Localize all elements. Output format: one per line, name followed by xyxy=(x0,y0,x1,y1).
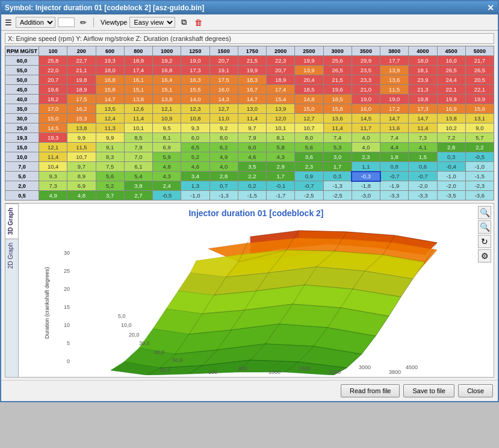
table-cell[interactable]: 6,5 xyxy=(181,143,209,152)
table-cell[interactable]: -1,5 xyxy=(238,191,266,201)
table-cell[interactable]: 15,5 xyxy=(181,85,209,95)
table-cell[interactable]: 2,3 xyxy=(295,162,323,172)
table-cell[interactable]: 1,3 xyxy=(181,181,209,191)
close-button[interactable]: Close xyxy=(458,384,493,397)
table-cell[interactable]: 3,6 xyxy=(295,152,323,162)
table-cell[interactable]: 18,9 xyxy=(67,85,96,95)
table-cell[interactable]: 9,7 xyxy=(67,162,96,172)
table-cell[interactable]: 13,9 xyxy=(295,66,323,75)
table-cell[interactable]: 8,9 xyxy=(67,172,96,181)
table-cell[interactable]: 18,9 xyxy=(267,75,295,85)
table-cell[interactable]: 19,6 xyxy=(323,85,352,95)
table-cell[interactable]: 2,3 xyxy=(352,152,380,162)
table-cell[interactable]: 4,8 xyxy=(67,191,96,201)
table-cell[interactable]: 5,3 xyxy=(323,143,352,152)
table-cell[interactable]: 13,8 xyxy=(124,95,152,104)
table-cell[interactable]: 19,8 xyxy=(409,95,437,104)
table-cell[interactable]: 5,7 xyxy=(465,133,494,143)
table-cell[interactable]: 11,4 xyxy=(323,123,352,133)
table-cell[interactable]: 7,9 xyxy=(238,133,266,143)
table-cell[interactable]: 4,9 xyxy=(39,191,67,201)
table-cell[interactable]: -1,8 xyxy=(352,181,380,191)
table-cell[interactable]: 5,6 xyxy=(295,143,323,152)
table-cell[interactable]: 6,2 xyxy=(209,143,238,152)
table-cell[interactable]: 7,3 xyxy=(39,181,67,191)
table-cell[interactable]: 19,0 xyxy=(181,56,209,66)
table-cell[interactable]: 19,9 xyxy=(238,66,266,75)
table-cell[interactable]: 4,3 xyxy=(153,172,181,181)
table-cell[interactable]: 16,8 xyxy=(96,75,124,85)
table-cell[interactable]: -2,0 xyxy=(437,181,465,191)
table-cell[interactable]: 11,4 xyxy=(409,123,437,133)
table-cell[interactable]: 9,1 xyxy=(96,143,124,152)
table-cell[interactable]: 4,8 xyxy=(153,162,181,172)
table-cell[interactable]: 16,4 xyxy=(153,75,181,85)
table-cell[interactable]: 0,3 xyxy=(323,172,352,181)
table-cell[interactable]: 10,1 xyxy=(124,123,152,133)
table-cell[interactable]: 12,7 xyxy=(295,114,323,123)
table-cell[interactable]: 18,2 xyxy=(39,95,67,104)
table-cell[interactable]: 13,8 xyxy=(153,95,181,104)
table-cell[interactable]: 12,4 xyxy=(96,114,124,123)
table-cell[interactable]: 16,2 xyxy=(67,104,96,114)
viewtype-select[interactable]: Easy view xyxy=(129,17,175,28)
table-cell[interactable]: 2,2 xyxy=(238,172,266,181)
table-cell[interactable]: 18,0 xyxy=(96,66,124,75)
table-cell[interactable]: 14,0 xyxy=(181,95,209,104)
table-cell[interactable]: -1,0 xyxy=(181,191,209,201)
table-cell[interactable]: 1,7 xyxy=(323,162,352,172)
copy-icon[interactable]: ⧉ xyxy=(178,16,190,28)
table-cell[interactable]: 4,6 xyxy=(238,152,266,162)
table-cell[interactable]: 4,3 xyxy=(267,152,295,162)
table-cell[interactable]: 19,9 xyxy=(437,95,465,104)
value-input[interactable]: 2 xyxy=(58,17,75,27)
table-cell[interactable]: 13,8 xyxy=(67,123,96,133)
table-cell[interactable]: 3,7 xyxy=(96,191,124,201)
table-cell[interactable]: 21,5 xyxy=(238,56,266,66)
table-cell[interactable]: 19,9 xyxy=(465,95,494,104)
table-cell[interactable]: -3,6 xyxy=(465,191,494,201)
table-cell[interactable]: -3,5 xyxy=(437,191,465,201)
table-cell[interactable]: 10,7 xyxy=(67,152,96,162)
table-cell[interactable]: 15,8 xyxy=(323,104,352,114)
table-cell[interactable]: 4,6 xyxy=(181,162,209,172)
table-cell[interactable]: 7,2 xyxy=(437,133,465,143)
delete-icon[interactable]: 🗑 xyxy=(192,16,204,28)
table-cell[interactable]: 19,6 xyxy=(39,85,67,95)
table-cell[interactable]: -1,9 xyxy=(380,181,409,191)
table-cell[interactable]: 9,2 xyxy=(209,123,238,133)
table-cell[interactable]: 16,8 xyxy=(153,66,181,75)
table-cell[interactable]: 9,3 xyxy=(181,123,209,133)
table-cell[interactable]: 15,3 xyxy=(67,114,96,123)
table-cell[interactable]: 6,9 xyxy=(153,143,181,152)
table-cell[interactable]: -0,7 xyxy=(295,181,323,191)
tab-3d-graph[interactable]: 3D Graph xyxy=(5,204,18,238)
table-cell[interactable]: 9,3 xyxy=(39,172,67,181)
table-cell[interactable]: 13,6 xyxy=(323,114,352,123)
table-cell[interactable]: 11,5 xyxy=(380,85,409,95)
table-cell[interactable]: 13,8 xyxy=(437,114,465,123)
table-cell[interactable]: 13,6 xyxy=(380,75,409,85)
table-cell[interactable]: 26,5 xyxy=(437,66,465,75)
table-cell[interactable]: -1,3 xyxy=(323,181,352,191)
table-cell[interactable]: 3,4 xyxy=(181,172,209,181)
table-cell[interactable]: -2,5 xyxy=(295,191,323,201)
table-cell[interactable]: 10,9 xyxy=(153,114,181,123)
table-cell[interactable]: 7,4 xyxy=(323,133,352,143)
table-cell[interactable]: 19,3 xyxy=(39,133,67,143)
table-cell[interactable]: 4,0 xyxy=(352,143,380,152)
table-cell[interactable]: 19,3 xyxy=(96,56,124,66)
table-cell[interactable]: 5,8 xyxy=(267,143,295,152)
table-cell[interactable]: 8,1 xyxy=(153,133,181,143)
table-cell[interactable]: 6,9 xyxy=(67,181,96,191)
table-cell[interactable]: 14,5 xyxy=(352,114,380,123)
table-cell[interactable]: 7,9 xyxy=(124,143,152,152)
zoom-in-btn[interactable]: 🔍 xyxy=(478,206,491,219)
table-cell[interactable]: 12,0 xyxy=(267,114,295,123)
table-cell[interactable]: 5,2 xyxy=(181,152,209,162)
table-cell[interactable]: 8,5 xyxy=(124,133,152,143)
table-cell[interactable]: 4,0 xyxy=(209,162,238,172)
table-cell[interactable]: -2,3 xyxy=(465,181,494,191)
tab-2d-graph[interactable]: 2D Graph xyxy=(5,238,18,272)
table-cell[interactable]: 26,5 xyxy=(323,66,352,75)
